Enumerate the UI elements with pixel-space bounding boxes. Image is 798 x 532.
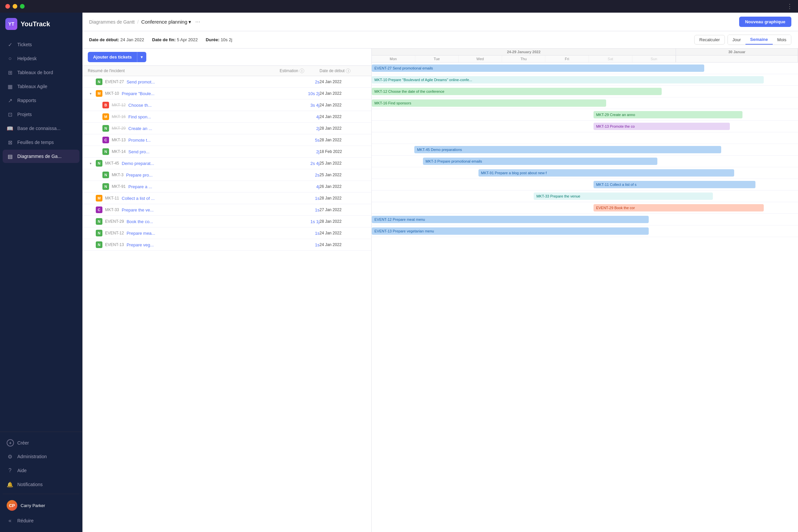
row-title[interactable]: Send promot... [127, 79, 155, 84]
sidebar-item-notifications[interactable]: 🔔 Notifications [3, 478, 79, 491]
gantt-bar[interactable]: MKT-45 Demo preparations [414, 146, 721, 153]
sidebar-item-projets[interactable]: ⊡ Projets [3, 108, 79, 121]
badge: N [102, 183, 109, 190]
row-title[interactable]: Prepare veg... [127, 242, 154, 247]
window-menu-dots[interactable]: ⋮ [787, 3, 793, 10]
table-row: N EVENT-13 Prepare veg... 1s 24 Jan 2022 [82, 239, 372, 251]
badge: N [96, 218, 102, 225]
gantt-bar[interactable]: MKT-13 Promote the co [593, 123, 730, 130]
col-date-header: Date de début i [320, 69, 366, 73]
minimize-button[interactable] [13, 4, 17, 8]
sidebar-nav: ✓ Tickets ○ Helpdesk ⊞ Tableaux de bord … [0, 38, 82, 432]
sidebar-item-diagrammes[interactable]: ▤ Diagrammes de Ga... [3, 150, 79, 163]
table-row: M MKT-11 Collect a list of ... 1s 28 Jan… [82, 192, 372, 204]
row-date: 24 Jan 2022 [320, 103, 366, 108]
gantt-rows: EVENT-27 Send promotional emailsMKT-10 P… [372, 62, 798, 532]
row-title[interactable]: Find spon... [128, 114, 151, 119]
row-estimation: 1s 1j [280, 219, 320, 224]
sidebar-item-base-connaissance[interactable]: 📖 Base de connaissa... [3, 122, 79, 135]
gantt-bar[interactable]: MKT-10 Prepare "Boulevard of Agile Dream… [372, 76, 764, 83]
gantt-row: MKT-45 Demo preparations [372, 144, 798, 156]
gantt-bar[interactable]: MKT-16 Find sponsors [372, 99, 606, 107]
view-semaine-button[interactable]: Semaine [745, 35, 773, 44]
window-chrome: ⋮ [0, 0, 798, 13]
gantt-bar[interactable]: MKT-91 Prepare a blog post about new f [478, 169, 734, 176]
gantt-day-sun: Sun [632, 56, 676, 62]
view-jour-button[interactable]: Jour [728, 35, 745, 44]
gantt-bar[interactable]: MKT-12 Choose the date of the conference [372, 88, 662, 95]
add-tickets-button[interactable]: Ajouter des tickets [88, 52, 137, 62]
gantt-day-tue: Tue [415, 56, 459, 62]
gantt-row: EVENT-12 Prepare meat menu [372, 214, 798, 225]
table-row: N MKT-29 Create an ... 2j 28 Jan 2022 [82, 123, 372, 134]
sidebar-item-tickets[interactable]: ✓ Tickets [3, 38, 79, 51]
row-id: MKT-91 [112, 184, 126, 189]
sidebar-item-tableaux-bord[interactable]: ⊞ Tableaux de bord [3, 66, 79, 79]
row-date: 25 Jan 2022 [320, 173, 366, 177]
gantt-row: MKT-10 Prepare "Boulevard of Agile Dream… [372, 74, 798, 86]
expand-icon[interactable]: ▾ [88, 91, 93, 96]
row-title[interactable]: Book the co... [127, 219, 153, 224]
gantt-day-mon: Mon [372, 56, 415, 62]
row-title[interactable]: Collect a list of ... [122, 196, 155, 201]
row-title[interactable]: Demo preparat... [122, 161, 154, 166]
row-title[interactable]: Prepare the ve... [122, 208, 154, 212]
gantt-bar[interactable]: MKT-11 Collect a list of s [593, 181, 756, 188]
badge: M [96, 195, 102, 202]
sidebar-item-feuilles-temps[interactable]: ⊠ Feuilles de temps [3, 136, 79, 149]
create-button[interactable]: + Créer [3, 436, 79, 450]
view-toggle: Jour Semaine Mois [727, 35, 791, 45]
sidebar-item-tableaux-agile[interactable]: ▦ Tableaux Agile [3, 80, 79, 93]
view-mois-button[interactable]: Mois [773, 35, 791, 44]
gantt-bar[interactable]: EVENT-12 Prepare meat menu [372, 216, 649, 223]
collapse-label: Réduire [17, 518, 34, 524]
collapse-button[interactable]: « Réduire [3, 514, 79, 527]
breadcrumb-parent[interactable]: Diagrammes de Gantt [89, 19, 135, 25]
row-date: 28 Jan 2022 [320, 219, 366, 224]
gantt-bar[interactable]: EVENT-27 Send promotional emails [372, 64, 704, 72]
row-title[interactable]: Prepare pro... [126, 173, 153, 177]
row-title[interactable]: Create an ... [128, 126, 152, 131]
badge: N [102, 125, 109, 132]
date-info-icon[interactable]: i [346, 69, 350, 73]
gantt-header: 24-29 January 2022 Mon Tue Wed Thu Fri S… [372, 49, 798, 62]
add-tickets-dropdown-button[interactable]: ▾ [137, 52, 146, 62]
new-graph-button[interactable]: Nouveau graphique [739, 17, 791, 27]
row-title[interactable]: Send pro... [128, 149, 150, 154]
sidebar-item-rapports[interactable]: ↗ Rapports [3, 94, 79, 107]
row-title[interactable]: Promote t... [128, 138, 151, 142]
close-button[interactable] [5, 4, 10, 8]
table-row: M MKT-16 Find spon... 4j 24 Jan 2022 [82, 111, 372, 123]
gantt-section: 24-29 January 2022 Mon Tue Wed Thu Fri S… [372, 49, 798, 532]
estimation-info-icon[interactable]: i [300, 69, 304, 73]
recalculate-button[interactable]: Recalculer [694, 35, 724, 44]
gantt-bar[interactable]: MKT-3 Prepare promotional emails [423, 158, 657, 165]
maximize-button[interactable] [20, 4, 25, 8]
row-title[interactable]: Prepare "Boule... [122, 91, 155, 96]
badge: N [96, 160, 102, 167]
sidebar-item-administration[interactable]: ⚙ Administration [3, 450, 79, 463]
chevron-down-icon[interactable]: ▾ [189, 19, 191, 25]
more-options-icon[interactable]: ··· [195, 18, 200, 25]
sidebar-item-helpdesk[interactable]: ○ Helpdesk [3, 52, 79, 65]
expand-icon[interactable]: ▾ [88, 160, 93, 166]
row-title[interactable]: Prepare a ... [128, 184, 152, 189]
table-row: ▾ N MKT-45 Demo preparat... 2s 4j 25 Jan… [82, 158, 372, 169]
row-id: EVENT-29 [105, 219, 124, 224]
gantt-bar[interactable]: EVENT-29 Book the cor [593, 204, 764, 211]
breadcrumb-separator: / [137, 19, 139, 25]
breadcrumb-current: Conference planning ▾ [141, 19, 191, 25]
gantt-bar[interactable]: EVENT-13 Prepare vegetarian menu [372, 227, 649, 235]
row-title[interactable]: Choose th... [128, 103, 152, 108]
header-bar: Diagrammes de Gantt / Conference plannin… [82, 13, 798, 31]
sidebar-logo[interactable]: YT YouTrack [0, 13, 82, 35]
gantt-day-fri: Fri [545, 56, 589, 62]
gantt-bar[interactable]: MKT-33 Prepare the venue [534, 192, 712, 200]
row-title[interactable]: Prepare mea... [127, 231, 155, 236]
sidebar-item-aide[interactable]: ? Aide [3, 464, 79, 477]
traffic-lights [5, 4, 25, 8]
start-date-info: Date de début: 24 Jan 2022 [89, 37, 144, 42]
user-row[interactable]: CP Carry Parker [3, 497, 79, 514]
gantt-bar[interactable]: MKT-29 Create an anno [593, 111, 743, 118]
row-id: EVENT-27 [105, 79, 124, 84]
